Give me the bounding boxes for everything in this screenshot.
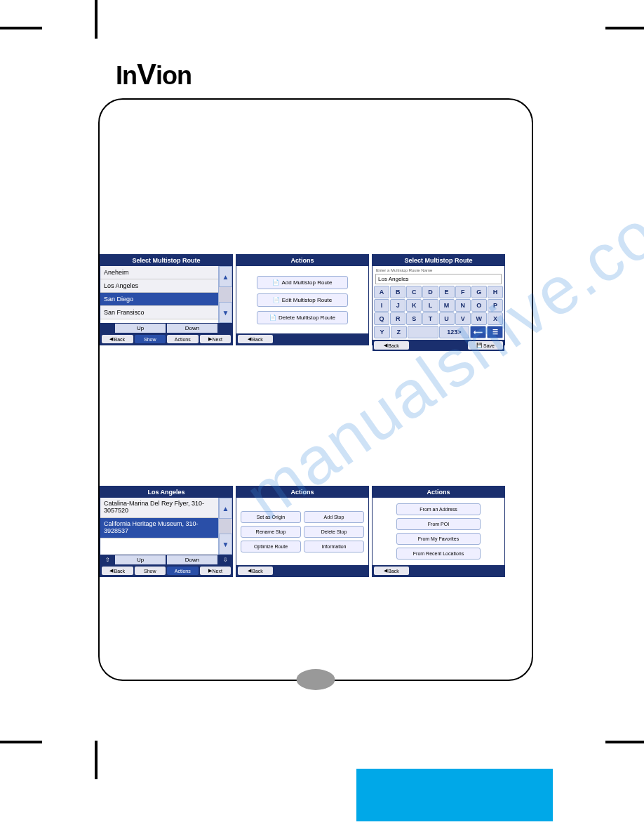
list-item-selected[interactable]: San Diego (100, 293, 218, 306)
optimize-route-button[interactable]: Optimize Route (241, 541, 301, 552)
information-button[interactable]: Information (304, 541, 364, 552)
actions-button[interactable]: Actions (167, 335, 199, 343)
screen-select-route: Select Multistop Route Aneheim Los Angel… (100, 254, 233, 345)
screen-title: Actions (236, 255, 368, 266)
key[interactable]: R (390, 312, 405, 325)
screen-title: Select Multistop Route (100, 255, 232, 266)
actions-button[interactable]: Actions (167, 567, 199, 575)
list-item[interactable]: Aneheim (100, 266, 218, 279)
scroll-up-icon[interactable]: ▲ (219, 498, 232, 519)
key[interactable]: O (471, 299, 487, 312)
key[interactable]: W (471, 312, 487, 325)
reorder-down-button[interactable]: Down (166, 323, 218, 333)
back-button[interactable]: ◀ Back (102, 567, 133, 575)
back-button[interactable]: ◀ Back (374, 567, 409, 575)
key-123[interactable]: 123> (439, 326, 470, 338)
key[interactable]: X (488, 312, 503, 325)
key[interactable]: F (455, 286, 471, 298)
scroll-down-icon[interactable]: ▼ (219, 302, 232, 323)
back-button[interactable]: ◀ Back (238, 567, 273, 575)
reorder-up-button[interactable]: Up (114, 323, 166, 333)
key-space[interactable] (408, 326, 438, 338)
scrollbar: ▲ ▼ (218, 498, 232, 555)
key[interactable]: A (374, 286, 389, 298)
edit-route-button[interactable]: 📄 Edit Multistop Route (257, 293, 348, 307)
reorder-down-icon[interactable] (218, 323, 232, 333)
route-name-input[interactable]: Los Angeles (375, 274, 502, 284)
key[interactable]: L (422, 299, 438, 312)
scrollbar: ▲ ▼ (218, 266, 232, 323)
screen-actions-source: Actions From an Address From POI From My… (372, 486, 505, 577)
back-button[interactable]: ◀ Back (374, 341, 409, 350)
key[interactable]: S (406, 312, 422, 325)
crop-mark (0, 27, 42, 29)
back-button[interactable]: ◀ Back (102, 335, 133, 343)
delete-stop-button[interactable]: Delete Stop (304, 526, 364, 538)
key[interactable]: K (406, 299, 422, 312)
from-address-button[interactable]: From an Address (396, 503, 481, 515)
scroll-up-icon[interactable]: ▲ (219, 266, 232, 287)
key-backspace-icon[interactable]: ⟵ (470, 326, 486, 338)
key[interactable]: M (439, 299, 455, 312)
screen-actions-stop: Actions Set as Origin Add Stop Rename St… (236, 486, 369, 577)
key[interactable]: N (455, 299, 471, 312)
key[interactable]: P (488, 299, 503, 312)
brand-logo: InVion (116, 58, 192, 91)
key[interactable]: G (471, 286, 487, 298)
screen-title: Los Angeles (100, 486, 232, 498)
show-button[interactable]: Show (135, 335, 166, 343)
key[interactable]: I (374, 299, 389, 312)
crop-mark (95, 0, 98, 39)
key[interactable]: J (390, 299, 405, 312)
crop-mark (605, 741, 644, 743)
rename-stop-button[interactable]: Rename Stop (241, 526, 301, 538)
reorder-down-icon[interactable]: ⇩ (218, 555, 232, 565)
crop-mark (95, 741, 98, 779)
key-menu-icon[interactable]: ☰ (487, 326, 503, 338)
key[interactable]: Y (374, 326, 390, 338)
from-recent-button[interactable]: From Recent Locations (396, 548, 481, 560)
key[interactable]: U (439, 312, 455, 325)
key[interactable]: Z (391, 326, 407, 338)
key[interactable]: E (439, 286, 455, 298)
key[interactable]: T (422, 312, 438, 325)
list-item[interactable]: Catalina-Marina Del Rey Flyer, 310-30575… (100, 498, 218, 518)
crop-mark (0, 741, 42, 743)
reorder-up-button[interactable]: Up (114, 555, 166, 565)
screen-title: Select Multistop Route (373, 255, 504, 266)
back-button[interactable]: ◀ Back (238, 335, 273, 343)
list-item[interactable]: Los Angeles (100, 279, 218, 293)
list-item[interactable]: San Fransisco (100, 306, 218, 319)
scroll-down-icon[interactable]: ▼ (219, 534, 232, 555)
page-oval-icon (297, 669, 335, 690)
add-stop-button[interactable]: Add Stop (304, 511, 364, 523)
key[interactable]: C (406, 286, 422, 298)
reorder-down-button[interactable]: Down (166, 555, 218, 565)
next-button[interactable]: ▶ Next (200, 567, 232, 575)
content-frame: Select Multistop Route Aneheim Los Angel… (98, 98, 533, 681)
key[interactable]: V (455, 312, 471, 325)
key[interactable]: Q (374, 312, 389, 325)
save-button[interactable]: 💾 Save (468, 341, 503, 350)
screen-title: Actions (373, 486, 504, 498)
key[interactable]: B (390, 286, 405, 298)
key[interactable]: H (488, 286, 503, 298)
footer-block (356, 769, 553, 821)
key[interactable]: D (422, 286, 438, 298)
from-poi-button[interactable]: From POI (396, 518, 481, 530)
delete-route-button[interactable]: 📄 Delete Multistop Route (257, 311, 348, 324)
reorder-up-icon[interactable]: ⇧ (100, 555, 114, 565)
input-hint: Enter a Multistop Route Name (374, 267, 503, 273)
next-button[interactable]: ▶ Next (200, 335, 232, 343)
screen-keyboard: Select Multistop Route Enter a Multistop… (372, 254, 505, 345)
set-origin-button[interactable]: Set as Origin (241, 511, 301, 523)
add-route-button[interactable]: 📄 Add Multistop Route (257, 276, 348, 289)
reorder-up-icon[interactable] (100, 323, 114, 333)
screen-actions-route: Actions 📄 Add Multistop Route 📄 Edit Mul… (236, 254, 369, 345)
screen-title: Actions (236, 486, 368, 498)
show-button[interactable]: Show (135, 567, 166, 575)
screen-stops-list: Los Angeles Catalina-Marina Del Rey Flye… (100, 486, 233, 577)
from-favorites-button[interactable]: From My Favorites (396, 533, 481, 545)
list-item-selected[interactable]: California Heritage Museum, 310-3928537 (100, 518, 218, 538)
crop-mark (605, 27, 644, 29)
